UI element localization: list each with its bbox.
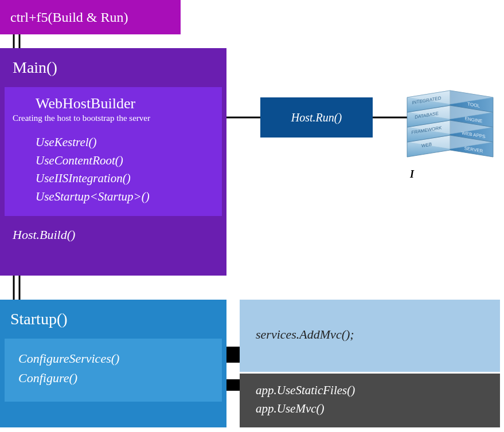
webhost-method: UseStartup<Startup>() [36, 188, 214, 206]
ctrl-f5-label: ctrl+f5(Build & Run) [10, 10, 128, 25]
webhost-subtitle: Creating the host to bootstrap the serve… [13, 113, 214, 123]
startup-box: Startup() ConfigureServices() Configure(… [0, 300, 226, 427]
startup-title: Startup() [0, 310, 226, 328]
usestatic-line: app.UseMvc() [256, 400, 500, 418]
usestatic-box: app.UseStaticFiles() app.UseMvc() [240, 374, 500, 427]
startup-method: ConfigureServices() [18, 349, 214, 368]
addmvc-label: services.AddMvc(); [256, 327, 354, 341]
usestatic-line: app.UseStaticFiles() [256, 382, 500, 400]
webhost-method: UseKestrel() [36, 133, 214, 152]
host-run-box: Host.Run() [260, 97, 373, 138]
main-title: Main() [0, 58, 226, 77]
host-run-label: Host.Run() [291, 111, 342, 124]
webhost-method: UseIISIntegration() [36, 170, 214, 188]
ctrl-f5-box: ctrl+f5(Build & Run) [0, 0, 181, 34]
main-box: Main() WebHostBuilder Creating the host … [0, 48, 226, 276]
webhost-methods: UseKestrel() UseContentRoot() UseIISInte… [13, 133, 214, 206]
webhost-title: WebHostBuilder [13, 95, 214, 112]
webhostbuilder-box: WebHostBuilder Creating the host to boot… [5, 87, 222, 216]
webhost-method: UseContentRoot() [36, 152, 214, 170]
startup-method: Configure() [18, 368, 214, 388]
server-stack-icon: WEBSERVERFRAMEWORKWEB APPSDATABASEENGINE… [401, 80, 499, 160]
startup-methods: ConfigureServices() Configure() [5, 339, 222, 402]
host-build-label: Host.Build() [0, 227, 226, 242]
iis-caption: I [410, 168, 414, 180]
addmvc-box: services.AddMvc(); [240, 300, 500, 372]
